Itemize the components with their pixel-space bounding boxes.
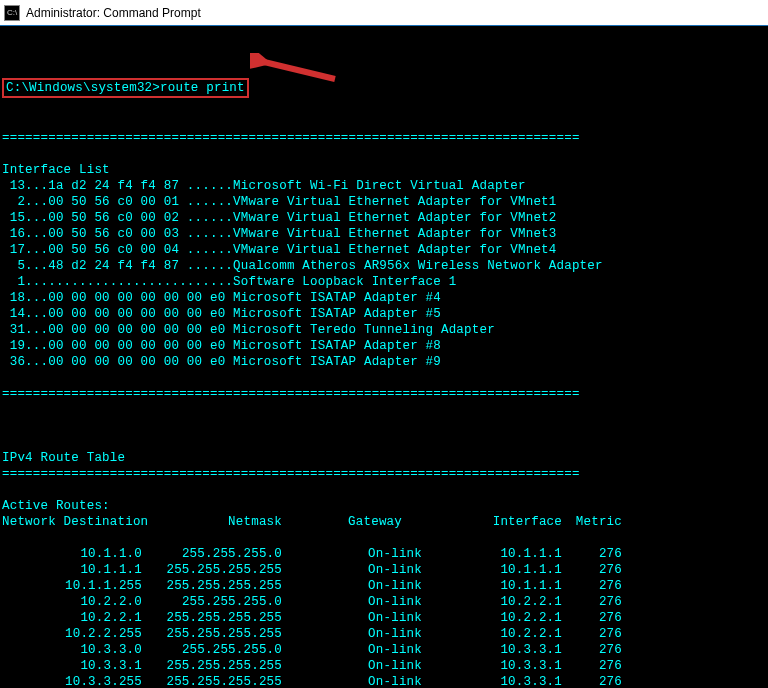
route-if: 10.1.1.1: [422, 578, 562, 594]
route-mask: 255.255.255.0: [142, 546, 282, 562]
interface-line: 13...1a d2 24 f4 f4 87 ......Microsoft W…: [2, 178, 766, 194]
route-gw: On-link: [282, 562, 422, 578]
route-mask: 255.255.255.255: [142, 658, 282, 674]
terminal-area[interactable]: C:\Windows\system32>route print ========…: [0, 26, 768, 688]
interface-line: 31...00 00 00 00 00 00 00 e0 Microsoft T…: [2, 322, 766, 338]
route-gw: On-link: [282, 594, 422, 610]
interface-line: 1...........................Software Loo…: [2, 274, 766, 290]
window-title: Administrator: Command Prompt: [26, 6, 201, 20]
route-if: 10.3.3.1: [422, 642, 562, 658]
separator-line: ========================================…: [2, 466, 766, 482]
route-header-row: Network DestinationNetmaskGatewayInterfa…: [2, 514, 766, 530]
route-mask: 255.255.255.255: [142, 674, 282, 688]
col-if: Interface: [422, 514, 562, 530]
interface-line: 16...00 50 56 c0 00 03 ......VMware Virt…: [2, 226, 766, 242]
command-prompt-window: C:\ Administrator: Command Prompt C:\Win…: [0, 0, 768, 688]
route-gw: On-link: [282, 626, 422, 642]
route-mask: 255.255.255.255: [142, 578, 282, 594]
cmd-icon: C:\: [4, 5, 20, 21]
ipv4-header: IPv4 Route Table: [2, 451, 125, 465]
svg-line-0: [260, 61, 335, 79]
interface-line: 18...00 00 00 00 00 00 00 e0 Microsoft I…: [2, 290, 766, 306]
interface-line: 19...00 00 00 00 00 00 00 e0 Microsoft I…: [2, 338, 766, 354]
col-dest: Network Destination: [2, 514, 142, 530]
route-dest: 10.2.2.0: [2, 594, 142, 610]
route-if: 10.2.2.1: [422, 626, 562, 642]
route-met: 276: [562, 546, 622, 562]
col-metric: Metric: [562, 514, 622, 530]
interface-line: 5...48 d2 24 f4 f4 87 ......Qualcomm Ath…: [2, 258, 766, 274]
route-gw: On-link: [282, 610, 422, 626]
route-table: 10.1.1.0255.255.255.0On-link10.1.1.12761…: [2, 546, 622, 688]
route-dest: 10.3.3.255: [2, 674, 142, 688]
interface-line: 2...00 50 56 c0 00 01 ......VMware Virtu…: [2, 194, 766, 210]
route-row: 10.1.1.255255.255.255.255On-link10.1.1.1…: [2, 578, 622, 594]
separator-line: ========================================…: [2, 130, 766, 146]
route-row: 10.3.3.0255.255.255.0On-link10.3.3.1276: [2, 642, 622, 658]
route-met: 276: [562, 594, 622, 610]
route-met: 276: [562, 562, 622, 578]
route-if: 10.2.2.1: [422, 594, 562, 610]
route-mask: 255.255.255.255: [142, 626, 282, 642]
route-row: 10.1.1.1255.255.255.255On-link10.1.1.127…: [2, 562, 622, 578]
interface-list: 13...1a d2 24 f4 f4 87 ......Microsoft W…: [2, 178, 766, 370]
route-mask: 255.255.255.255: [142, 610, 282, 626]
col-gw: Gateway: [282, 514, 422, 530]
route-row: 10.3.3.1255.255.255.255On-link10.3.3.127…: [2, 658, 622, 674]
route-row: 10.2.2.0255.255.255.0On-link10.2.2.1276: [2, 594, 622, 610]
route-if: 10.1.1.1: [422, 562, 562, 578]
route-dest: 10.1.1.255: [2, 578, 142, 594]
route-mask: 255.255.255.0: [142, 594, 282, 610]
route-mask: 255.255.255.0: [142, 642, 282, 658]
route-dest: 10.3.3.0: [2, 642, 142, 658]
route-met: 276: [562, 578, 622, 594]
route-row: 10.2.2.255255.255.255.255On-link10.2.2.1…: [2, 626, 622, 642]
interface-line: 15...00 50 56 c0 00 02 ......VMware Virt…: [2, 210, 766, 226]
route-gw: On-link: [282, 546, 422, 562]
route-dest: 10.1.1.1: [2, 562, 142, 578]
separator-line: ========================================…: [2, 386, 766, 402]
route-if: 10.1.1.1: [422, 546, 562, 562]
route-dest: 10.3.3.1: [2, 658, 142, 674]
route-row: 10.2.2.1255.255.255.255On-link10.2.2.127…: [2, 610, 622, 626]
interface-line: 14...00 00 00 00 00 00 00 e0 Microsoft I…: [2, 306, 766, 322]
route-dest: 10.2.2.1: [2, 610, 142, 626]
route-if: 10.3.3.1: [422, 674, 562, 688]
route-gw: On-link: [282, 578, 422, 594]
interface-list-header: Interface List: [2, 163, 110, 177]
route-met: 276: [562, 610, 622, 626]
command-line: C:\Windows\system32>route print: [2, 78, 249, 98]
route-if: 10.3.3.1: [422, 658, 562, 674]
route-met: 276: [562, 658, 622, 674]
titlebar[interactable]: C:\ Administrator: Command Prompt: [0, 0, 768, 26]
route-met: 276: [562, 642, 622, 658]
route-dest: 10.2.2.255: [2, 626, 142, 642]
interface-line: 17...00 50 56 c0 00 04 ......VMware Virt…: [2, 242, 766, 258]
interface-line: 36...00 00 00 00 00 00 00 e0 Microsoft I…: [2, 354, 766, 370]
col-mask: Netmask: [142, 514, 282, 530]
route-gw: On-link: [282, 674, 422, 688]
route-gw: On-link: [282, 642, 422, 658]
route-mask: 255.255.255.255: [142, 562, 282, 578]
route-met: 276: [562, 674, 622, 688]
route-if: 10.2.2.1: [422, 610, 562, 626]
route-dest: 10.1.1.0: [2, 546, 142, 562]
route-row: 10.3.3.255255.255.255.255On-link10.3.3.1…: [2, 674, 622, 688]
route-met: 276: [562, 626, 622, 642]
route-gw: On-link: [282, 658, 422, 674]
active-routes-header: Active Routes:: [2, 499, 110, 513]
route-row: 10.1.1.0255.255.255.0On-link10.1.1.1276: [2, 546, 622, 562]
